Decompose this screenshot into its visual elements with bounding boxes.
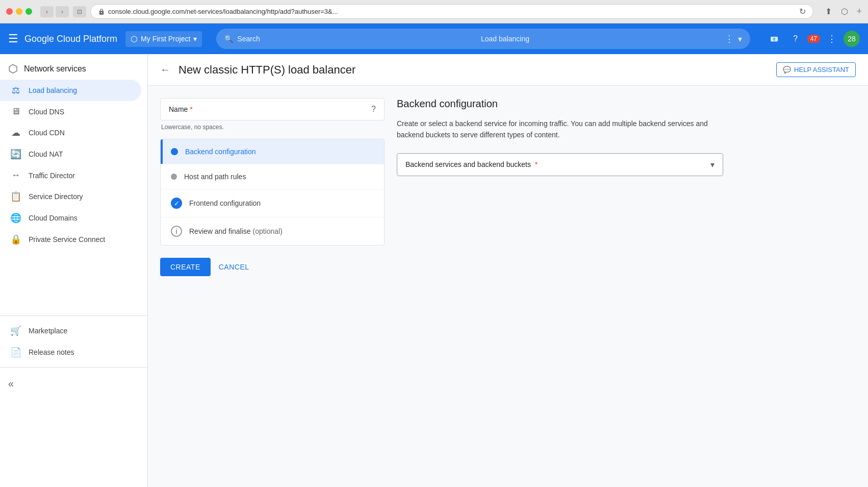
sidebar-item-service-directory[interactable]: 📋 Service Directory (0, 186, 141, 207)
traffic-director-icon: ↔ (10, 170, 21, 181)
sidebar-item-release-notes[interactable]: 📄 Release notes (0, 342, 141, 363)
active-indicator (161, 139, 163, 164)
lock-icon (98, 8, 105, 15)
extensions-btn[interactable]: ⬡ (838, 6, 851, 17)
new-tab-btn[interactable]: + (856, 6, 862, 17)
private-service-connect-icon: 🔒 (10, 234, 21, 245)
sidebar-section-header: ⬡ Network services (0, 54, 147, 80)
project-chevron-icon: ▾ (193, 35, 197, 43)
right-panel: Backend configuration Create or select a… (397, 98, 856, 276)
url-text: console.cloud.google.com/net-services/lo… (108, 8, 794, 15)
dropdown-label: Backend services and backend buckets * (405, 160, 538, 168)
hamburger-menu-btn[interactable]: ☰ (8, 32, 18, 45)
gcp-logo-text: Google Cloud Platform (24, 34, 117, 44)
step-indicator-frontend: ✓ (171, 198, 182, 209)
cloud-nat-icon: 🔄 (10, 149, 21, 160)
left-panel: Name * ? Lowercase, no spaces. Backend c… (160, 98, 385, 276)
browser-forward-btn[interactable]: › (56, 6, 69, 17)
search-label: Search (237, 35, 477, 43)
minimize-window-btn[interactable] (16, 8, 22, 15)
sidebar-item-cloud-cdn[interactable]: ☁ Cloud CDN (0, 122, 141, 143)
sidebar-item-label-cloud-nat: Cloud NAT (29, 150, 63, 158)
step-backend-configuration[interactable]: Backend configuration (161, 139, 384, 164)
browser-back-btn[interactable]: ‹ (40, 6, 54, 17)
dropdown-required-star: * (535, 160, 538, 168)
browser-nav-buttons: ‹ › (40, 6, 69, 17)
backend-services-dropdown[interactable]: Backend services and backend buckets * ▾ (397, 153, 723, 176)
backend-config-description: Create or select a backend service for i… (397, 118, 723, 141)
step-label-host-path: Host and path rules (184, 173, 246, 181)
sidebar-item-private-service-connect[interactable]: 🔒 Private Service Connect (0, 229, 141, 250)
search-clear-btn[interactable]: ⋮ (725, 33, 734, 44)
step-label-backend: Backend configuration (185, 148, 256, 156)
help-btn[interactable]: ? (786, 29, 805, 48)
marketplace-icon: 🛒 (10, 325, 21, 336)
sidebar-divider (0, 315, 147, 316)
step-review-finalise[interactable]: i Review and finalise (optional) (161, 217, 384, 245)
required-star: * (190, 105, 192, 113)
sidebar-item-label-service-directory: Service Directory (29, 192, 83, 201)
sidebar-item-label-private-service-connect: Private Service Connect (29, 235, 105, 243)
project-icon: ⬡ (131, 34, 138, 44)
more-options-btn[interactable]: ⋮ (822, 29, 841, 48)
service-directory-icon: 📋 (10, 191, 21, 202)
cloud-dns-icon: 🖥 (10, 106, 21, 117)
name-help-icon[interactable]: ? (371, 105, 376, 114)
search-icon: 🔍 (224, 35, 233, 43)
project-selector[interactable]: ⬡ My First Project ▾ (125, 31, 202, 47)
release-notes-icon: 📄 (10, 347, 21, 358)
sidebar-item-cloud-dns[interactable]: 🖥 Cloud DNS (0, 101, 141, 122)
browser-action-buttons: ⬆ ⬡ (822, 6, 851, 17)
user-avatar[interactable]: 28 (844, 31, 860, 47)
help-assistant-btn[interactable]: 💬 HELP ASSISTANT (776, 62, 856, 77)
maximize-window-btn[interactable] (25, 8, 32, 15)
dropdown-arrow-icon: ▾ (710, 160, 714, 169)
sidebar: ⬡ Network services ⚖ Load balancing 🖥 Cl… (0, 54, 148, 487)
browser-sidebar-btn[interactable]: ⊡ (73, 6, 86, 17)
step-host-path-rules[interactable]: Host and path rules (161, 164, 384, 189)
share-btn[interactable]: ⬆ (822, 6, 835, 17)
page-title: New classic HTTP(S) load balancer (178, 63, 768, 77)
sidebar-divider-2 (0, 367, 147, 368)
step-optional-suffix: (optional) (253, 227, 283, 235)
step-frontend-configuration[interactable]: ✓ Frontend configuration (161, 189, 384, 217)
dots-icon: ⋮ (827, 33, 836, 44)
step-label-frontend: Frontend configuration (189, 199, 261, 207)
steps-list: Backend configuration Host and path rule… (160, 139, 385, 246)
sidebar-item-marketplace[interactable]: 🛒 Marketplace (0, 320, 141, 342)
sidebar-item-load-balancing[interactable]: ⚖ Load balancing (0, 80, 141, 101)
backend-config-title: Backend configuration (397, 98, 856, 110)
page-header: ← New classic HTTP(S) load balancer 💬 HE… (148, 54, 868, 86)
cancel-button[interactable]: CANCEL (217, 258, 251, 276)
notifications-btn[interactable]: 📧 (764, 29, 784, 48)
address-bar[interactable]: console.cloud.google.com/net-services/lo… (90, 4, 813, 19)
sidebar-item-traffic-director[interactable]: ↔ Traffic Director (0, 165, 141, 186)
topbar: ☰ Google Cloud Platform ⬡ My First Proje… (0, 23, 868, 54)
sidebar-item-label-cloud-domains: Cloud Domains (29, 214, 78, 222)
topbar-action-icons: 📧 ? 47 ⋮ 28 (764, 29, 860, 48)
sidebar-item-label-marketplace: Marketplace (29, 327, 67, 335)
sidebar-item-cloud-nat[interactable]: 🔄 Cloud NAT (0, 143, 141, 165)
step-indicator-backend (171, 148, 178, 155)
collapse-icon: « (8, 378, 14, 389)
search-expand-icon[interactable]: ▾ (738, 34, 742, 44)
sidebar-item-cloud-domains[interactable]: 🌐 Cloud Domains (0, 207, 141, 229)
reload-btn[interactable]: ↻ (799, 7, 806, 16)
network-services-icon: ⬡ (8, 62, 18, 76)
sidebar-collapse-btn[interactable]: « (0, 372, 147, 396)
search-bar[interactable]: 🔍 Search Load balancing ⋮ ▾ (216, 29, 750, 49)
search-value: Load balancing (481, 35, 721, 43)
cloud-domains-icon: 🌐 (10, 212, 21, 224)
name-input-container[interactable]: Name * ? (160, 98, 385, 120)
close-window-btn[interactable] (6, 8, 13, 15)
sidebar-item-label-load-balancing: Load balancing (29, 86, 77, 94)
create-button[interactable]: CREATE (160, 258, 211, 276)
form-area: Name * ? Lowercase, no spaces. Backend c… (148, 86, 868, 288)
project-name: My First Project (141, 35, 190, 43)
name-input-label: Name * (169, 105, 193, 113)
load-balancing-icon: ⚖ (10, 85, 21, 96)
help-assistant-icon: 💬 (783, 66, 791, 74)
back-button[interactable]: ← (160, 64, 170, 76)
content-area: ← New classic HTTP(S) load balancer 💬 HE… (148, 54, 868, 487)
notification-count[interactable]: 47 (807, 35, 820, 43)
